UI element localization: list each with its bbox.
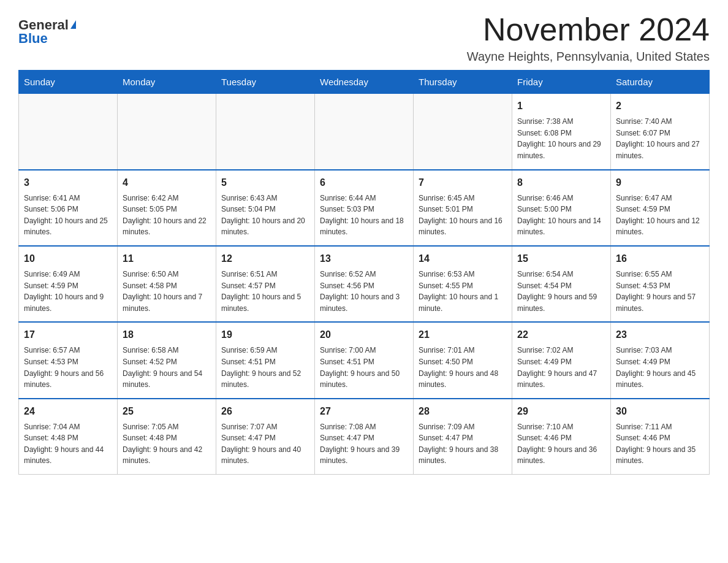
weekday-header-monday: Monday (118, 71, 216, 94)
day-number: 3 (24, 175, 112, 190)
calendar-cell: 18Sunrise: 6:58 AM Sunset: 4:52 PM Dayli… (118, 322, 216, 398)
calendar-cell: 25Sunrise: 7:05 AM Sunset: 4:48 PM Dayli… (118, 399, 216, 475)
calendar-cell: 2Sunrise: 7:40 AM Sunset: 6:07 PM Daylig… (611, 94, 710, 170)
day-number: 5 (221, 175, 309, 190)
calendar-cell: 3Sunrise: 6:41 AM Sunset: 5:06 PM Daylig… (19, 170, 118, 246)
day-info: Sunrise: 6:47 AM Sunset: 4:59 PM Dayligh… (616, 193, 704, 238)
day-info: Sunrise: 6:41 AM Sunset: 5:06 PM Dayligh… (24, 193, 112, 238)
calendar-cell (414, 94, 512, 170)
weekday-header-tuesday: Tuesday (216, 71, 315, 94)
day-number: 13 (320, 251, 408, 266)
day-info: Sunrise: 6:43 AM Sunset: 5:04 PM Dayligh… (221, 193, 309, 238)
calendar-week-row: 17Sunrise: 6:57 AM Sunset: 4:53 PM Dayli… (19, 322, 710, 398)
day-number: 28 (419, 404, 507, 419)
calendar-cell: 23Sunrise: 7:03 AM Sunset: 4:49 PM Dayli… (611, 322, 710, 398)
day-number: 17 (24, 327, 112, 342)
day-info: Sunrise: 7:09 AM Sunset: 4:47 PM Dayligh… (419, 421, 507, 467)
calendar-cell: 12Sunrise: 6:51 AM Sunset: 4:57 PM Dayli… (216, 246, 315, 322)
calendar-week-row: 3Sunrise: 6:41 AM Sunset: 5:06 PM Daylig… (19, 170, 710, 246)
logo-general: General (18, 18, 69, 32)
day-info: Sunrise: 6:44 AM Sunset: 5:03 PM Dayligh… (320, 193, 408, 238)
calendar-cell: 30Sunrise: 7:11 AM Sunset: 4:46 PM Dayli… (611, 399, 710, 475)
calendar-cell: 9Sunrise: 6:47 AM Sunset: 4:59 PM Daylig… (611, 170, 710, 246)
calendar-cell: 7Sunrise: 6:45 AM Sunset: 5:01 PM Daylig… (414, 170, 512, 246)
day-info: Sunrise: 7:03 AM Sunset: 4:49 PM Dayligh… (616, 345, 704, 390)
day-number: 4 (123, 175, 211, 190)
calendar-cell: 17Sunrise: 6:57 AM Sunset: 4:53 PM Dayli… (19, 322, 118, 398)
day-number: 20 (320, 327, 408, 342)
calendar-header-row: SundayMondayTuesdayWednesdayThursdayFrid… (19, 71, 710, 94)
day-info: Sunrise: 7:11 AM Sunset: 4:46 PM Dayligh… (616, 421, 704, 467)
day-info: Sunrise: 7:05 AM Sunset: 4:48 PM Dayligh… (123, 421, 211, 467)
page-header: General Blue November 2024 Wayne Heights… (18, 12, 710, 64)
day-info: Sunrise: 7:04 AM Sunset: 4:48 PM Dayligh… (24, 421, 112, 467)
weekday-header-sunday: Sunday (19, 71, 118, 94)
calendar-week-row: 10Sunrise: 6:49 AM Sunset: 4:59 PM Dayli… (19, 246, 710, 322)
day-info: Sunrise: 6:57 AM Sunset: 4:53 PM Dayligh… (24, 345, 112, 390)
day-number: 16 (616, 251, 704, 266)
day-info: Sunrise: 6:52 AM Sunset: 4:56 PM Dayligh… (320, 269, 408, 314)
day-number: 8 (517, 175, 605, 190)
day-number: 27 (320, 404, 408, 419)
day-info: Sunrise: 7:10 AM Sunset: 4:46 PM Dayligh… (517, 421, 605, 467)
calendar-cell: 26Sunrise: 7:07 AM Sunset: 4:47 PM Dayli… (216, 399, 315, 475)
day-number: 19 (221, 327, 309, 342)
logo-triangle-icon (70, 20, 76, 29)
day-info: Sunrise: 6:42 AM Sunset: 5:05 PM Dayligh… (123, 193, 211, 238)
calendar-cell: 24Sunrise: 7:04 AM Sunset: 4:48 PM Dayli… (19, 399, 118, 475)
calendar-cell: 13Sunrise: 6:52 AM Sunset: 4:56 PM Dayli… (315, 246, 414, 322)
calendar-cell: 10Sunrise: 6:49 AM Sunset: 4:59 PM Dayli… (19, 246, 118, 322)
calendar-cell: 22Sunrise: 7:02 AM Sunset: 4:49 PM Dayli… (512, 322, 611, 398)
day-number: 9 (616, 175, 704, 190)
day-number: 7 (419, 175, 507, 190)
day-number: 12 (221, 251, 309, 266)
day-number: 2 (616, 99, 704, 113)
day-info: Sunrise: 6:54 AM Sunset: 4:54 PM Dayligh… (517, 269, 605, 314)
calendar-cell: 6Sunrise: 6:44 AM Sunset: 5:03 PM Daylig… (315, 170, 414, 246)
day-info: Sunrise: 6:46 AM Sunset: 5:00 PM Dayligh… (517, 193, 605, 238)
day-info: Sunrise: 7:08 AM Sunset: 4:47 PM Dayligh… (320, 421, 408, 467)
day-info: Sunrise: 6:50 AM Sunset: 4:58 PM Dayligh… (123, 269, 211, 314)
weekday-header-wednesday: Wednesday (315, 71, 414, 94)
day-info: Sunrise: 7:07 AM Sunset: 4:47 PM Dayligh… (221, 421, 309, 467)
logo-blue: Blue (18, 31, 48, 47)
day-number: 14 (419, 251, 507, 266)
day-info: Sunrise: 7:01 AM Sunset: 4:50 PM Dayligh… (419, 345, 507, 390)
day-number: 29 (517, 404, 605, 419)
day-number: 24 (24, 404, 112, 419)
location-subtitle: Wayne Heights, Pennsylvania, United Stat… (467, 50, 710, 64)
day-info: Sunrise: 6:55 AM Sunset: 4:53 PM Dayligh… (616, 269, 704, 314)
title-section: November 2024 Wayne Heights, Pennsylvani… (467, 12, 710, 64)
logo: General Blue (18, 18, 76, 47)
day-info: Sunrise: 7:40 AM Sunset: 6:07 PM Dayligh… (616, 116, 704, 161)
calendar-cell: 29Sunrise: 7:10 AM Sunset: 4:46 PM Dayli… (512, 399, 611, 475)
day-number: 23 (616, 327, 704, 342)
calendar-cell: 27Sunrise: 7:08 AM Sunset: 4:47 PM Dayli… (315, 399, 414, 475)
day-info: Sunrise: 7:38 AM Sunset: 6:08 PM Dayligh… (517, 116, 605, 161)
day-info: Sunrise: 6:45 AM Sunset: 5:01 PM Dayligh… (419, 193, 507, 238)
day-number: 15 (517, 251, 605, 266)
weekday-header-thursday: Thursday (414, 71, 512, 94)
calendar-cell: 11Sunrise: 6:50 AM Sunset: 4:58 PM Dayli… (118, 246, 216, 322)
calendar-cell: 19Sunrise: 6:59 AM Sunset: 4:51 PM Dayli… (216, 322, 315, 398)
day-info: Sunrise: 6:59 AM Sunset: 4:51 PM Dayligh… (221, 345, 309, 390)
calendar-cell: 20Sunrise: 7:00 AM Sunset: 4:51 PM Dayli… (315, 322, 414, 398)
day-number: 25 (123, 404, 211, 419)
day-number: 6 (320, 175, 408, 190)
day-number: 18 (123, 327, 211, 342)
month-title: November 2024 (467, 12, 710, 47)
calendar-cell: 4Sunrise: 6:42 AM Sunset: 5:05 PM Daylig… (118, 170, 216, 246)
calendar-cell: 14Sunrise: 6:53 AM Sunset: 4:55 PM Dayli… (414, 246, 512, 322)
weekday-header-friday: Friday (512, 71, 611, 94)
calendar-cell (19, 94, 118, 170)
calendar-cell: 21Sunrise: 7:01 AM Sunset: 4:50 PM Dayli… (414, 322, 512, 398)
day-info: Sunrise: 6:53 AM Sunset: 4:55 PM Dayligh… (419, 269, 507, 314)
day-number: 10 (24, 251, 112, 266)
day-number: 1 (517, 99, 605, 113)
day-number: 21 (419, 327, 507, 342)
day-number: 30 (616, 404, 704, 419)
calendar-cell (216, 94, 315, 170)
day-number: 11 (123, 251, 211, 266)
calendar-week-row: 1Sunrise: 7:38 AM Sunset: 6:08 PM Daylig… (19, 94, 710, 170)
day-number: 26 (221, 404, 309, 419)
